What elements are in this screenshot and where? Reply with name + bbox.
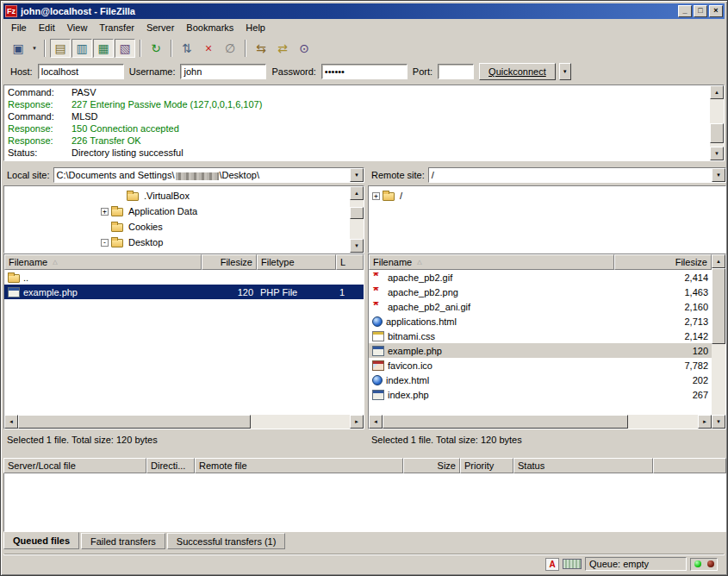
file-row-example-php[interactable]: example.php120: [369, 343, 712, 358]
menu-item-view[interactable]: View: [61, 20, 94, 35]
close-button[interactable]: ×: [709, 5, 723, 17]
column-header-filesize[interactable]: Filesize: [202, 254, 257, 270]
remote-list-hscrollbar-track[interactable]: [383, 415, 698, 429]
file-row-apache-pb2-gif[interactable]: apache_pb2.gif2,414: [369, 270, 712, 285]
column-header-status[interactable]: Status: [513, 458, 653, 473]
speed-limit-icon[interactable]: [563, 559, 582, 569]
log-scrollbar-up-icon[interactable]: ▲: [710, 85, 724, 99]
remote-list-vscrollbar-down-icon[interactable]: ▼: [712, 415, 725, 429]
remote-list-vscrollbar[interactable]: ▲▼: [712, 254, 725, 429]
quickconnect-dropdown-button[interactable]: ▼: [559, 63, 571, 80]
file-row-favicon-ico[interactable]: favicon.ico7,782: [369, 358, 712, 373]
local-tree-scrollbar-down-icon[interactable]: ▼: [350, 239, 364, 253]
local-tree-scrollbar-up-icon[interactable]: ▲: [350, 186, 364, 200]
tab-queued-files[interactable]: Queued files: [3, 532, 79, 549]
local-file-list: Filename△FilesizeFiletypeL ..example.php…: [3, 254, 364, 429]
tree-item-application-data[interactable]: +Application Data: [8, 203, 350, 219]
menu-item-bookmarks[interactable]: Bookmarks: [180, 20, 240, 35]
local-tree-scrollbar[interactable]: ▲▼: [350, 186, 364, 253]
menu-item-edit[interactable]: Edit: [33, 20, 61, 35]
file-row-index-php[interactable]: index.php267: [369, 387, 712, 402]
menu-item-help[interactable]: Help: [240, 20, 271, 35]
expand-plus-icon[interactable]: +: [372, 192, 380, 200]
local-site-dropdown-icon[interactable]: ▼: [350, 168, 364, 182]
tree-item-virtualbox[interactable]: .VirtualBox: [8, 188, 350, 203]
site-manager-dropdown-button[interactable]: ▼: [29, 39, 40, 58]
file-row-bitnami-css[interactable]: bitnami.css2,142: [369, 329, 712, 343]
tab-failed-transfers[interactable]: Failed transfers: [81, 533, 165, 549]
column-header-remote-file[interactable]: Remote file: [195, 458, 403, 473]
local-list-hscrollbar-track[interactable]: [18, 415, 350, 429]
process-queue-button[interactable]: ⇅: [177, 39, 197, 58]
menu-item-file[interactable]: File: [5, 20, 33, 35]
queue-tabs: Queued filesFailed transfersSuccessful t…: [3, 533, 285, 550]
remote-list-hscrollbar-right-icon[interactable]: ►: [698, 415, 712, 429]
file-row-apache-pb2-ani-gif[interactable]: apache_pb2_ani.gif2,160: [369, 299, 712, 314]
port-input[interactable]: [438, 64, 474, 79]
disconnect-button[interactable]: ∅: [220, 39, 240, 58]
host-input[interactable]: [38, 64, 124, 79]
toggle-message-log-button[interactable]: ▤: [50, 39, 71, 58]
local-tree-scrollbar-thumb[interactable]: [350, 207, 364, 219]
local-list-hscrollbar[interactable]: ◄►: [4, 415, 364, 429]
quickconnect-button[interactable]: Quickconnect: [479, 63, 556, 80]
log-scrollbar-thumb[interactable]: [710, 123, 724, 143]
synchronized-browsing-button[interactable]: ⇄: [272, 39, 293, 58]
remote-list-hscrollbar[interactable]: ◄►: [369, 415, 712, 429]
menu-item-transfer[interactable]: Transfer: [93, 20, 140, 35]
tab-successful-transfers-1[interactable]: Successful transfers (1): [167, 533, 286, 549]
cancel-button[interactable]: ×: [198, 39, 219, 58]
tree-item-cookies[interactable]: Cookies: [8, 219, 350, 235]
column-header-filesize[interactable]: Filesize: [614, 254, 712, 270]
remote-list-hscrollbar-thumb[interactable]: [383, 415, 628, 429]
column-header-size[interactable]: Size: [403, 458, 460, 473]
expand-plus-icon[interactable]: +: [101, 208, 109, 216]
refresh-button[interactable]: ↻: [146, 39, 166, 58]
local-list-hscrollbar-right-icon[interactable]: ►: [350, 415, 364, 429]
column-header-filename[interactable]: Filename△: [369, 254, 614, 270]
directory-comparison-button[interactable]: ⇆: [251, 39, 271, 58]
remote-list-vscrollbar-up-icon[interactable]: ▲: [712, 254, 725, 268]
data-type-ascii-icon[interactable]: A: [545, 558, 559, 571]
file-row-example-php[interactable]: example.php120PHP File1: [4, 285, 364, 299]
password-input[interactable]: [321, 64, 408, 79]
column-header-l[interactable]: L: [336, 254, 364, 270]
log-scrollbar[interactable]: ▲▼: [710, 85, 724, 160]
remote-list-hscrollbar-left-icon[interactable]: ◄: [369, 415, 383, 429]
title-bar[interactable]: Fz john@localhost - FileZilla _ □ ×: [3, 3, 725, 19]
column-header-server-local-file[interactable]: Server/Local file: [3, 458, 146, 473]
find-files-icon: ⊙: [299, 42, 309, 54]
quickconnect-bar: Host: Username: Password: Port: Quickcon…: [3, 59, 725, 84]
toggle-local-tree-button[interactable]: ▥: [72, 39, 92, 58]
tree-item-desktop[interactable]: -Desktop: [8, 235, 350, 250]
column-header-directi[interactable]: Directi...: [146, 458, 195, 473]
file-row-apache-pb2-png[interactable]: apache_pb2.png1,463: [369, 285, 712, 299]
local-list-hscrollbar-thumb[interactable]: [18, 415, 251, 429]
local-tree-scrollbar-track[interactable]: [350, 200, 364, 239]
site-manager-button[interactable]: ▣: [8, 39, 28, 58]
minimize-button[interactable]: _: [678, 5, 692, 17]
menu-item-server[interactable]: Server: [140, 20, 180, 35]
remote-list-vscrollbar-track[interactable]: [712, 268, 725, 415]
username-input[interactable]: [180, 64, 266, 79]
remote-site-dropdown-icon[interactable]: ▼: [712, 168, 725, 182]
remote-site-combo[interactable]: / ▼: [428, 167, 726, 183]
local-list-hscrollbar-left-icon[interactable]: ◄: [4, 415, 18, 429]
column-header-filetype[interactable]: Filetype: [257, 254, 336, 270]
file-row-index-html[interactable]: index.html202: [369, 373, 712, 387]
column-header-filename[interactable]: Filename△: [4, 254, 202, 270]
local-site-combo[interactable]: C:\Documents and Settings\\Desktop\ ▼: [53, 167, 364, 183]
maximize-button[interactable]: □: [694, 5, 707, 17]
log-scrollbar-track[interactable]: [710, 99, 724, 147]
tree-item-root[interactable]: +/: [372, 188, 725, 203]
toggle-remote-tree-button[interactable]: ▦: [93, 39, 114, 58]
tree-label: .VirtualBox: [142, 191, 191, 201]
file-row-parent-directory[interactable]: ..: [4, 270, 364, 285]
find-files-button[interactable]: ⊙: [294, 39, 314, 58]
log-scrollbar-down-icon[interactable]: ▼: [710, 147, 724, 160]
remote-list-vscrollbar-thumb[interactable]: [712, 268, 725, 344]
toggle-queue-button[interactable]: ▧: [115, 39, 135, 58]
collapse-minus-icon[interactable]: -: [101, 239, 109, 247]
column-header-priority[interactable]: Priority: [460, 458, 513, 473]
file-row-applications-html[interactable]: applications.html2,713: [369, 314, 712, 329]
